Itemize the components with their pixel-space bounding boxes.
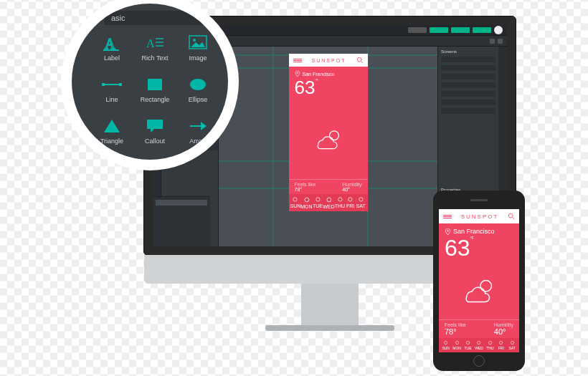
forecast-day-label: FRI: [346, 203, 354, 208]
svg-point-10: [293, 198, 297, 201]
forecast-day-label: WED: [323, 204, 334, 209]
temperature-unit: °F: [315, 78, 318, 82]
screens-item[interactable]: [441, 108, 495, 114]
toolbar-button[interactable]: [498, 39, 503, 44]
forecast-day-label: THU: [486, 346, 493, 350]
forecast-day[interactable]: MON: [300, 196, 312, 209]
forecast-day[interactable]: WED: [475, 340, 483, 350]
screens-item[interactable]: [441, 91, 495, 97]
svg-point-24: [193, 39, 196, 42]
topbar-chip[interactable]: [430, 27, 448, 33]
triangle-widget[interactable]: Triangle: [91, 111, 133, 151]
location-row[interactable]: San Francisco: [439, 223, 519, 235]
svg-point-15: [348, 198, 352, 201]
chevron-down-icon: ▾: [202, 13, 207, 23]
location-text: San Francisco: [303, 72, 335, 77]
svg-point-37: [466, 341, 469, 344]
ellipse-icon: [188, 76, 208, 93]
line-icon: [102, 76, 122, 93]
screens-item[interactable]: [441, 82, 495, 88]
avatar[interactable]: [494, 26, 503, 34]
screens-item[interactable]: [441, 74, 495, 79]
forecast-day-label: MON: [452, 346, 461, 350]
ellipse-widget[interactable]: Ellipse: [177, 69, 219, 110]
hamburger-icon[interactable]: [293, 59, 302, 62]
palette-group-label: asic: [111, 14, 125, 22]
forecast-row: SUN MON TUE WED THU FRI SAT: [439, 338, 519, 352]
forecast-day[interactable]: THU: [335, 196, 346, 209]
humidity-label: Humidity: [342, 182, 361, 187]
svg-rect-27: [119, 83, 122, 86]
temperature: 63 °F: [439, 235, 519, 261]
layers-item[interactable]: [156, 212, 207, 217]
line-widget[interactable]: Line: [91, 69, 133, 110]
richtext-widget[interactable]: A Rich Text: [134, 28, 176, 68]
iphone-screen: SUNSPOT San Francisco 63 °F Feels like 7…: [439, 209, 519, 352]
forecast-day[interactable]: WED: [323, 196, 334, 209]
temperature-unit: °F: [470, 236, 474, 240]
humidity-value: 40°: [342, 187, 361, 192]
forecast-day[interactable]: MON: [452, 340, 461, 350]
layers-header[interactable]: [156, 200, 207, 206]
callout-widget[interactable]: Callout: [134, 111, 176, 151]
layers-item[interactable]: [156, 207, 207, 212]
forecast-day-label: TUE: [465, 346, 472, 350]
layers-item[interactable]: [156, 222, 207, 227]
widget-label: Line: [105, 96, 118, 103]
editor-canvas[interactable]: SUNSPOT San Francisco 63 °F: [219, 47, 437, 246]
pin-icon: [445, 228, 451, 235]
toolbar-button[interactable]: [490, 39, 495, 44]
image-widget[interactable]: Image: [177, 28, 219, 68]
layers-item[interactable]: [156, 217, 207, 222]
location-row[interactable]: San Francisco: [289, 67, 368, 77]
svg-point-11: [305, 198, 309, 202]
app-title: SUNSPOT: [461, 213, 499, 220]
topbar-chip[interactable]: [451, 27, 470, 33]
svg-point-16: [359, 198, 363, 201]
forecast-day[interactable]: TUE: [464, 340, 473, 350]
forecast-day[interactable]: SUN: [442, 340, 450, 350]
label-icon: A: [102, 34, 122, 52]
richtext-icon: A: [145, 34, 165, 52]
forecast-day[interactable]: TUE: [313, 196, 323, 209]
feels-value: 78°: [295, 187, 316, 192]
forecast-day-label: WED: [475, 346, 483, 350]
svg-point-38: [478, 341, 480, 344]
forecast-day[interactable]: SUN: [290, 196, 301, 209]
weather-icon: [439, 261, 519, 319]
feels-row: Feels like 78° Humidity 40°: [439, 319, 519, 338]
iphone-frame: SUNSPOT San Francisco 63 °F Feels like 7…: [433, 191, 525, 371]
feels-like: Feels like 78°: [295, 180, 316, 194]
feels-like: Feels like 78°: [445, 320, 466, 338]
screens-item[interactable]: [441, 65, 495, 71]
forecast-day-label: SAT: [356, 203, 366, 208]
forecast-day-label: THU: [335, 203, 345, 208]
screens-item[interactable]: [441, 57, 495, 62]
hamburger-icon[interactable]: [443, 215, 452, 218]
search-icon[interactable]: [356, 57, 364, 64]
forecast-day-label: TUE: [313, 203, 323, 208]
svg-point-40: [500, 341, 503, 344]
rectangle-widget[interactable]: Rectangle: [134, 69, 176, 110]
iphone-home-button[interactable]: [473, 355, 485, 367]
palette-header[interactable]: asic ▾: [104, 11, 214, 25]
forecast-day[interactable]: FRI: [345, 196, 356, 209]
search-icon[interactable]: [508, 213, 515, 220]
forecast-day[interactable]: SAT: [508, 340, 516, 350]
location-text: San Francisco: [453, 228, 495, 235]
humidity: Humidity 40°: [494, 320, 513, 338]
imac-foot: [265, 325, 394, 331]
forecast-day[interactable]: THU: [485, 340, 494, 350]
svg-line-32: [513, 218, 515, 220]
forecast-day[interactable]: SAT: [356, 196, 366, 209]
artboard-phone[interactable]: SUNSPOT San Francisco 63 °F: [289, 54, 368, 211]
screens-item[interactable]: [441, 100, 495, 105]
label-widget[interactable]: A Label: [91, 28, 133, 68]
svg-text:A: A: [146, 37, 155, 49]
layers-panel: [153, 196, 210, 246]
widget-label: Image: [189, 54, 207, 62]
forecast-day[interactable]: FRI: [497, 340, 506, 350]
topbar-chip[interactable]: [408, 27, 427, 33]
weather-app-running: SUNSPOT San Francisco 63 °F Feels like 7…: [439, 209, 519, 352]
topbar-chip[interactable]: [473, 27, 491, 33]
